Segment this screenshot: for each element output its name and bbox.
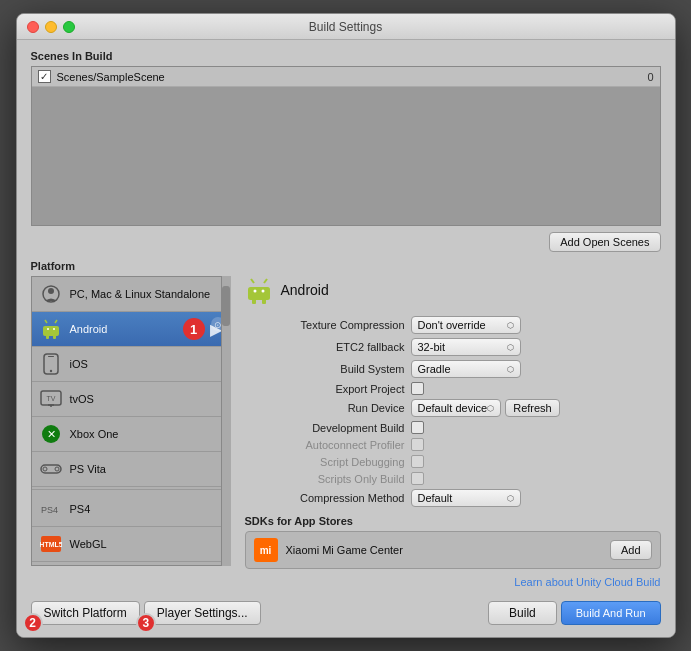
platform-name-psvita: PS Vita (70, 463, 222, 475)
svg-text:✕: ✕ (46, 428, 55, 440)
export-project-checkbox[interactable] (411, 382, 424, 395)
build-system-label: Build System (245, 363, 405, 375)
svg-rect-3 (46, 335, 49, 339)
svg-rect-20 (41, 465, 61, 473)
run-device-dropdown[interactable]: Default device ⬡ (411, 399, 502, 417)
close-button[interactable] (27, 21, 39, 33)
titlebar: Build Settings (17, 14, 675, 40)
platform-item-ios[interactable]: iOS (32, 347, 230, 382)
ps4-icon: PS4 (40, 498, 62, 520)
scrollbar-thumb[interactable] (222, 286, 230, 326)
texture-compression-dropdown[interactable]: Don't override ⬡ (411, 316, 521, 334)
cloud-build-link[interactable]: Learn about Unity Cloud Build (514, 576, 660, 588)
platform-list-wrapper: PC, Mac & Linux Standalone (31, 276, 231, 566)
platform-name-ps4: PS4 (70, 503, 222, 515)
platform-item-xbox[interactable]: ✕ Xbox One (32, 417, 230, 452)
scene-name: Scenes/SampleScene (57, 71, 648, 83)
android-header-icon (245, 276, 273, 304)
autoconnect-profiler-label: Autoconnect Profiler (245, 439, 405, 451)
platform-item-android[interactable]: Android 1 ▶ ⊙ (32, 312, 230, 347)
run-device-label: Run Device (245, 402, 405, 414)
xbox-icon: ✕ (40, 423, 62, 445)
platform-list: PC, Mac & Linux Standalone (31, 276, 231, 566)
svg-rect-27 (252, 299, 256, 304)
platform-title: Android (281, 282, 329, 298)
platform-section: PC, Mac & Linux Standalone (31, 276, 661, 595)
android-badge-number: 1 (183, 318, 205, 340)
svg-point-22 (55, 467, 59, 471)
platform-name-tvos: tvOS (70, 393, 222, 405)
sdks-label: SDKs for App Stores (245, 515, 661, 527)
player-settings-button[interactable]: Player Settings... (144, 601, 261, 625)
platform-name-standalone: PC, Mac & Linux Standalone (70, 288, 222, 300)
switch-platform-wrapper: Switch Platform 2 (31, 601, 140, 625)
player-settings-badge: 3 (136, 613, 156, 633)
platform-item-webgl[interactable]: HTML5 WebGL (32, 527, 230, 562)
right-buttons: Build Build And Run (488, 601, 660, 625)
development-build-control (411, 421, 661, 434)
svg-point-29 (253, 290, 256, 293)
scene-index: 0 (647, 71, 653, 83)
platform-name-webgl: WebGL (70, 538, 222, 550)
svg-text:HTML5: HTML5 (40, 541, 62, 548)
compression-method-dropdown[interactable]: Default ⬡ (411, 489, 521, 507)
refresh-button[interactable]: Refresh (505, 399, 560, 417)
platform-item-tvos[interactable]: TV tvOS (32, 382, 230, 417)
script-debugging-control (411, 455, 661, 468)
scene-item[interactable]: ✓ Scenes/SampleScene 0 (32, 67, 660, 87)
scripts-only-build-label: Scripts Only Build (245, 473, 405, 485)
compression-method-control: Default ⬡ (411, 489, 661, 507)
build-system-dropdown[interactable]: Gradle ⬡ (411, 360, 521, 378)
build-settings-window: Build Settings Scenes In Build ✓ Scenes/… (16, 13, 676, 638)
add-open-scenes-row: Add Open Scenes (31, 232, 661, 252)
left-buttons: Switch Platform 2 Player Settings... 3 (31, 601, 261, 625)
script-debugging-checkbox[interactable] (411, 455, 424, 468)
script-debugging-label: Script Debugging (245, 456, 405, 468)
compression-method-label: Compression Method (245, 492, 405, 504)
autoconnect-profiler-checkbox[interactable] (411, 438, 424, 451)
dropdown-arrow-5: ⬡ (507, 494, 514, 503)
svg-rect-2 (43, 326, 59, 336)
svg-point-6 (53, 328, 55, 330)
sdk-add-button[interactable]: Add (610, 540, 652, 560)
scenes-panel: ✓ Scenes/SampleScene 0 (31, 66, 661, 226)
etc2-fallback-dropdown[interactable]: 32-bit ⬡ (411, 338, 521, 356)
cloud-build-link-container: Learn about Unity Cloud Build (245, 575, 661, 589)
development-build-checkbox[interactable] (411, 421, 424, 434)
scripts-only-build-checkbox[interactable] (411, 472, 424, 485)
dropdown-arrow: ⬡ (507, 321, 514, 330)
right-panel: Android Texture Compression Don't overri… (231, 276, 661, 595)
platform-item-psvita[interactable]: PS Vita (32, 452, 230, 487)
scene-checkbox[interactable]: ✓ (38, 70, 51, 83)
psvita-icon (40, 458, 62, 480)
texture-compression-label: Texture Compression (245, 319, 405, 331)
platform-item-ps4[interactable]: PS4 PS4 (32, 492, 230, 527)
minimize-button[interactable] (45, 21, 57, 33)
export-project-control (411, 382, 661, 395)
texture-compression-control: Don't override ⬡ (411, 316, 661, 334)
etc2-fallback-label: ETC2 fallback (245, 341, 405, 353)
platform-label: Platform (31, 260, 661, 272)
etc2-fallback-control: 32-bit ⬡ (411, 338, 661, 356)
maximize-button[interactable] (63, 21, 75, 33)
player-settings-wrapper: Player Settings... 3 (144, 601, 261, 625)
scrollbar-track[interactable] (221, 276, 231, 566)
svg-rect-4 (53, 335, 56, 339)
platform-name-ios: iOS (70, 358, 222, 370)
dropdown-arrow-4: ⬡ (487, 404, 494, 413)
settings-grid: Texture Compression Don't override ⬡ ETC… (245, 316, 661, 507)
svg-point-5 (47, 328, 49, 330)
build-system-control: Gradle ⬡ (411, 360, 661, 378)
platform-header: Android (245, 276, 661, 304)
switch-platform-button[interactable]: Switch Platform (31, 601, 140, 625)
build-button[interactable]: Build (488, 601, 557, 625)
platform-item-standalone[interactable]: PC, Mac & Linux Standalone (32, 277, 230, 312)
svg-rect-26 (248, 287, 270, 300)
platform-name-xbox: Xbox One (70, 428, 222, 440)
svg-point-1 (48, 288, 54, 294)
add-open-scenes-button[interactable]: Add Open Scenes (549, 232, 660, 252)
traffic-lights (27, 21, 75, 33)
svg-line-32 (264, 279, 267, 283)
webgl-icon: HTML5 (40, 533, 62, 555)
build-and-run-button[interactable]: Build And Run (561, 601, 661, 625)
